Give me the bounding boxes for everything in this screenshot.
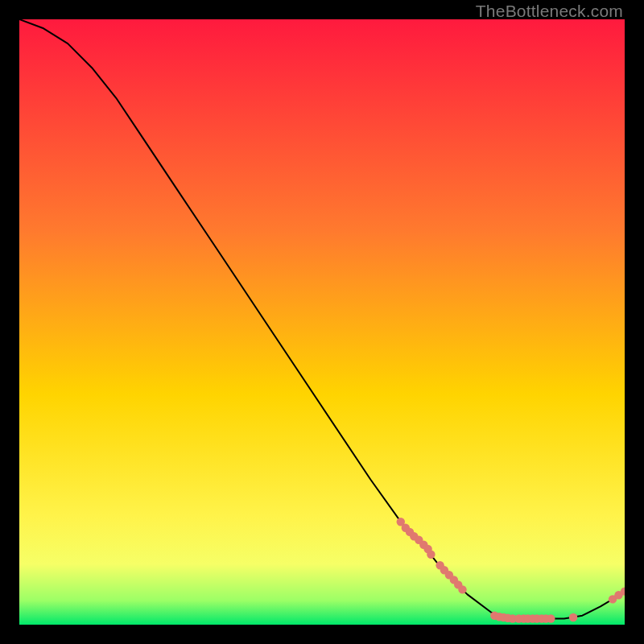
- bottleneck-chart: [19, 19, 625, 625]
- data-marker: [427, 551, 435, 559]
- gradient-background: [19, 19, 625, 625]
- data-marker: [569, 613, 577, 621]
- data-marker: [547, 614, 555, 622]
- data-marker: [458, 585, 466, 593]
- watermark-text: TheBottleneck.com: [476, 2, 623, 21]
- chart-frame: [19, 19, 625, 625]
